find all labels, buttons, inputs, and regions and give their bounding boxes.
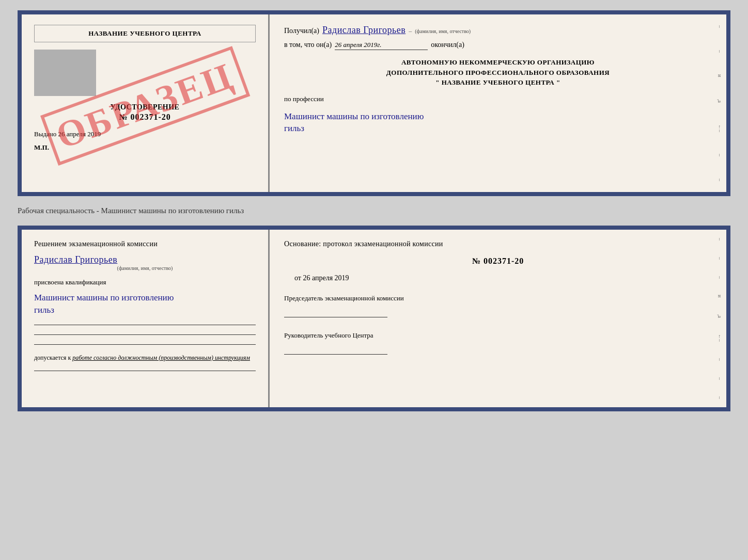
qualification-text: Машинист машины по изготовлению гильз xyxy=(34,292,256,316)
center-name-top: НАЗВАНИЕ УЧЕБНОГО ЦЕНТРА xyxy=(34,25,256,42)
ot-label: от xyxy=(294,274,301,282)
po-professii-label: по профессии xyxy=(284,95,712,103)
bottom-name-block: Радислав Григорьев (фамилия, имя, отчест… xyxy=(34,254,256,271)
predsedatel-label: Председатель экзаменационной комиссии xyxy=(284,294,712,303)
cert-number: № 002371-20 xyxy=(34,113,256,122)
certificate-document-top: НАЗВАНИЕ УЧЕБНОГО ЦЕНТРА УДОСТОВЕРЕНИЕ №… xyxy=(18,10,730,196)
org-line1: АВТОНОМНУЮ НЕКОММЕРЧЕСКУЮ ОРГАНИЗАЦИЮ xyxy=(401,58,595,66)
rukovoditel-signature-line xyxy=(284,342,387,355)
name-sublabel-top: (фамилия, имя, отчество) xyxy=(415,28,471,34)
blank-line-1 xyxy=(34,325,256,325)
protocol-number: № 002371-20 xyxy=(284,257,712,266)
certificate-document-bottom: Решением экзаменационной комиссии Радисл… xyxy=(18,226,730,411)
lines-block xyxy=(34,325,256,345)
blank-line-2 xyxy=(34,334,256,335)
dopuskaetsya-block: допускается к работе согласно должностны… xyxy=(34,353,256,362)
prisvoyena-label: присвоена квалификация xyxy=(34,278,256,286)
udostoverenie-block: УДОСТОВЕРЕНИЕ № 002371-20 xyxy=(34,103,256,122)
org-title-block: АВТОНОМНУЮ НЕКОММЕРЧЕСКУЮ ОРГАНИЗАЦИЮ ДО… xyxy=(284,57,712,88)
separator-label: Рабочая специальность - Машинист машины … xyxy=(18,204,730,217)
poluchil-line: Получил(а) Радислав Григорьев – (фамилия… xyxy=(284,25,712,36)
rukovoditel-label: Руководитель учебного Центра xyxy=(284,331,712,340)
vydano-line: Выдано 26 апреля 2019 xyxy=(34,130,256,138)
org-quote2: " xyxy=(556,78,560,86)
qual-line1: Машинист машины по изготовлению xyxy=(34,293,174,302)
completion-date: 26 апреля 2019г. xyxy=(335,41,428,50)
cert-title: УДОСТОВЕРЕНИЕ xyxy=(34,103,256,111)
ot-date: 26 апреля 2019 xyxy=(303,274,349,282)
bottom-name-sublabel: (фамилия, имя, отчество) xyxy=(34,265,256,271)
poluchil-label: Получил(а) xyxy=(284,27,319,35)
edge-marks-bottom: – – – и ,а ←– – – – xyxy=(715,230,724,407)
cert-right-panel: Получил(а) Радислав Григорьев – (фамилия… xyxy=(270,14,726,192)
profession-line2: гильз xyxy=(284,123,304,133)
blank-line-3 xyxy=(34,344,256,345)
osnovanie-label: Основание: протокол экзаменационной коми… xyxy=(284,240,712,248)
dopuskaetsya-prefix: допускается к xyxy=(34,354,71,361)
vtom-line: в том, что он(а) 26 апреля 2019г. окончи… xyxy=(284,41,712,50)
recipient-name: Радислав Григорьев xyxy=(322,25,406,36)
predsedatel-signature-line xyxy=(284,305,387,317)
vydano-date: 26 апреля 2019 xyxy=(58,130,101,138)
rukovoditel-block: Руководитель учебного Центра xyxy=(284,331,712,355)
photo-placeholder xyxy=(34,50,96,96)
cert-left-panel: НАЗВАНИЕ УЧЕБНОГО ЦЕНТРА УДОСТОВЕРЕНИЕ №… xyxy=(22,14,270,192)
ot-date-line: от 26 апреля 2019 xyxy=(284,274,712,282)
profession-text: Машинист машины по изготовлению гильз xyxy=(284,110,712,135)
edge-marks-top: – – и ,а ←– – – xyxy=(715,14,724,192)
dopuskaetsya-value: работе согласно должностным (производств… xyxy=(72,354,250,361)
org-quote1: " xyxy=(435,78,440,86)
mp-label: М.П. xyxy=(34,143,256,152)
resheniem-label: Решением экзаменационной комиссии xyxy=(34,240,256,248)
org-line2: ДОПОЛНИТЕЛЬНОГО ПРОФЕССИОНАЛЬНОГО ОБРАЗО… xyxy=(386,69,610,76)
okonchil-label: окончил(а) xyxy=(431,41,464,49)
vtom-label: в том, что он(а) xyxy=(284,41,332,49)
org-center-name: НАЗВАНИЕ УЧЕБНОГО ЦЕНТРА xyxy=(442,78,555,86)
bottom-left-panel: Решением экзаменационной комиссии Радисл… xyxy=(22,230,270,407)
bottom-right-panel: Основание: протокол экзаменационной коми… xyxy=(270,230,726,407)
bottom-recipient-name: Радислав Григорьев xyxy=(34,254,117,265)
profession-line1: Машинист машины по изготовлению xyxy=(284,111,424,121)
predsedatel-block: Председатель экзаменационной комиссии xyxy=(284,294,712,317)
vydano-label: Выдано xyxy=(34,130,56,138)
blank-line-4 xyxy=(34,371,256,371)
qual-line2: гильз xyxy=(34,305,54,315)
